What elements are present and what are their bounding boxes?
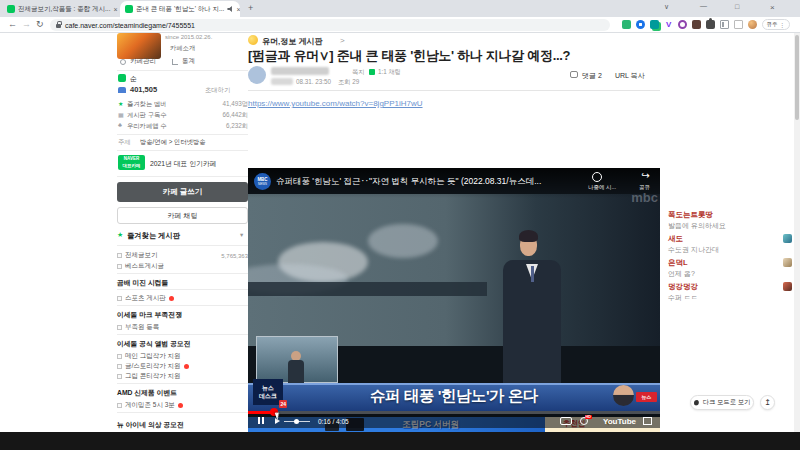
breadcrumb-board-link[interactable]: 유머,정보 게시판 xyxy=(262,36,322,47)
video-title[interactable]: 슈퍼태풍 '힌남노' 접근‥"자연 법칙 무시하는 듯" (2022.08.31… xyxy=(276,176,576,188)
favorite-star-icon: ★ xyxy=(118,100,123,107)
new-tab-button[interactable]: + xyxy=(248,3,253,13)
window-minimize-button[interactable]: — xyxy=(700,2,707,9)
window-close-button[interactable]: × xyxy=(770,3,775,12)
mbc-news-logo[interactable]: MBC NEWS xyxy=(254,173,271,190)
commenter-name[interactable]: 새도 xyxy=(668,234,683,244)
scrollbar-thumb[interactable] xyxy=(795,35,799,120)
back-icon[interactable]: ← xyxy=(8,18,17,30)
side-panel-icon[interactable] xyxy=(720,20,729,29)
comment-thumbnail[interactable] xyxy=(783,282,792,291)
sidebar-item-conti-artist[interactable]: 그림 콘티작가 지원 xyxy=(117,371,248,382)
comment-thumbnail[interactable] xyxy=(783,258,792,267)
stat-value: 41,493명 xyxy=(185,100,248,109)
forward-icon[interactable]: → xyxy=(22,18,31,30)
scroll-to-top-button[interactable]: ↥ xyxy=(760,395,775,410)
tab-audio-icon[interactable] xyxy=(227,6,233,12)
extension-icon-v[interactable]: V xyxy=(666,20,671,29)
comment-text: 발음에 유의하세요 xyxy=(668,221,726,231)
extension-icon-ring[interactable] xyxy=(678,20,687,29)
sidebar-item-gaming[interactable]: 게이밍존 5시 3분 xyxy=(117,400,248,411)
cafe-chat-button[interactable]: 카페 채팅 xyxy=(117,207,248,224)
sidebar-item-sports[interactable]: 스포츠 게시판 xyxy=(117,293,248,304)
sidebar-section-header[interactable]: 곰배 미진 시럽들 xyxy=(117,277,248,288)
cafe-level-icon xyxy=(118,74,126,82)
share-icon[interactable]: ↪ xyxy=(642,170,650,181)
representative-cafe-text: 2021년 대표 인기카페 xyxy=(150,159,216,169)
breadcrumb-arrow: > xyxy=(340,36,345,45)
favorite-boards-caret-icon[interactable]: ▾ xyxy=(240,231,243,239)
youtube-logo[interactable]: YouTube xyxy=(603,417,636,426)
video-time: 0:16 / 4:05 xyxy=(318,418,349,425)
sidebar-section-header[interactable]: 이세돌 공식 앨범 공모전 xyxy=(117,338,248,349)
author-name-blurred[interactable] xyxy=(271,67,329,75)
lock-icon[interactable] xyxy=(56,24,61,28)
naver-cafe-favicon xyxy=(7,5,15,13)
comment-count-link[interactable]: 댓글 2 xyxy=(582,71,602,81)
pause-icon[interactable] xyxy=(258,417,260,424)
browser-menu-kebab-icon[interactable]: ⋮ xyxy=(780,22,786,28)
tab-cafe-home[interactable]: 전체글보기,작품들 : 종합 게시... × xyxy=(2,1,118,17)
commenter-name[interactable]: 폭도는트롯땅 xyxy=(668,210,713,220)
sidebar-item-all-posts[interactable]: 전체글보기 5,765,363 xyxy=(117,250,248,261)
address-bar[interactable]: cafe.naver.com/steamindiegame/7455551 xyxy=(50,19,610,31)
cafe-intro-link[interactable]: 카페소개 xyxy=(170,44,195,53)
sidebar-item-tribe-register[interactable]: 부족원 등록 xyxy=(117,322,248,333)
tab-close-icon[interactable]: × xyxy=(236,6,240,13)
anchor-hair xyxy=(519,230,538,242)
fullscreen-icon[interactable] xyxy=(643,417,652,425)
extension-icon-teal[interactable] xyxy=(650,20,659,29)
watch-later-label[interactable]: 나중에 시... xyxy=(588,184,616,191)
extension-icon-blue[interactable] xyxy=(636,20,645,29)
sidebar-item-label: 이세돌 공식 앨범 공모전 xyxy=(117,339,191,349)
extension-icon-green[interactable] xyxy=(622,20,631,29)
reading-list-icon[interactable] xyxy=(734,20,743,29)
message-link[interactable]: 쪽지 xyxy=(352,68,365,77)
watch-later-icon[interactable] xyxy=(592,172,602,182)
comment-thumbnail[interactable] xyxy=(783,234,792,243)
reporter-body xyxy=(288,360,304,384)
sidebar-section-header[interactable]: 이세돌 마크 부족전쟁 xyxy=(117,309,248,320)
tab-search-caret-icon[interactable]: ∨ xyxy=(664,3,669,11)
scrollbar-track[interactable] xyxy=(794,33,800,432)
cafe-stats-link[interactable]: 통계 xyxy=(182,57,195,66)
cafe-write-button[interactable]: 카페 글쓰기 xyxy=(117,182,248,202)
cafe-manage-link[interactable]: 카페관리 xyxy=(130,57,156,66)
volume-slider[interactable] xyxy=(284,421,310,423)
share-label[interactable]: 공유 xyxy=(639,184,650,191)
members-icon xyxy=(118,87,126,93)
commenter-name[interactable]: 은덕L xyxy=(668,258,688,268)
profile-chip[interactable]: 유주 ⋮ xyxy=(762,19,791,30)
favorite-boards-header[interactable]: 즐겨찾는 게시판 xyxy=(127,231,180,241)
subtitles-icon[interactable] xyxy=(560,417,572,425)
topic-value[interactable]: 방송/연예 > 인터넷방송 xyxy=(140,138,206,147)
extension-icon-brown[interactable] xyxy=(692,20,701,29)
youtube-link[interactable]: https://www.youtube.com/watch?v=8jgPP1iH… xyxy=(248,99,423,108)
sidebar-section-header[interactable]: 뉴 아이네 의상 공모전 xyxy=(117,419,248,430)
reload-icon[interactable]: ↻ xyxy=(36,18,44,30)
author-avatar[interactable] xyxy=(248,66,266,84)
one-to-one-chat-link[interactable]: 1:1 채팅 xyxy=(378,68,401,77)
cafe-logo[interactable] xyxy=(117,33,161,59)
stat-label: 게시판 구독수 xyxy=(127,111,167,120)
profile-name: 유주 xyxy=(767,21,778,28)
sidebar-item-label: 베스트게시글 xyxy=(125,262,164,271)
anchor-tie xyxy=(531,266,534,282)
divider xyxy=(117,305,248,306)
window-maximize-button[interactable]: □ xyxy=(735,3,739,10)
sidebar-section-header[interactable]: AMD 신제품 이벤트 xyxy=(117,387,248,398)
tab-post[interactable]: 준내 큰 태풍 '힌남노' 하나 지... × xyxy=(120,1,240,17)
youtube-player[interactable]: MBC NEWS 슈퍼태풍 '힌남노' 접근‥"자연 법칙 무시하는 듯" (2… xyxy=(248,168,660,428)
pause-icon[interactable] xyxy=(262,417,264,424)
invite-link[interactable]: 초대하기 xyxy=(205,86,230,95)
sidebar-item-best-posts[interactable]: 베스트게시글 xyxy=(117,261,248,272)
commenter-name[interactable]: 멍강멍강 xyxy=(668,282,698,292)
url-copy-button[interactable]: URL 복사 xyxy=(615,71,645,81)
tab-close-icon[interactable]: × xyxy=(113,6,117,13)
volume-slider-handle[interactable] xyxy=(294,419,299,424)
extensions-puzzle-icon[interactable] xyxy=(706,20,715,29)
url-text[interactable]: cafe.naver.com/steamindiegame/7455551 xyxy=(65,22,195,29)
dark-mode-button[interactable]: 다크 모드로 보기 xyxy=(690,395,754,410)
sidebar-item-label: 뉴 아이네 의상 공모전 xyxy=(117,420,184,430)
profile-avatar[interactable] xyxy=(748,20,757,29)
